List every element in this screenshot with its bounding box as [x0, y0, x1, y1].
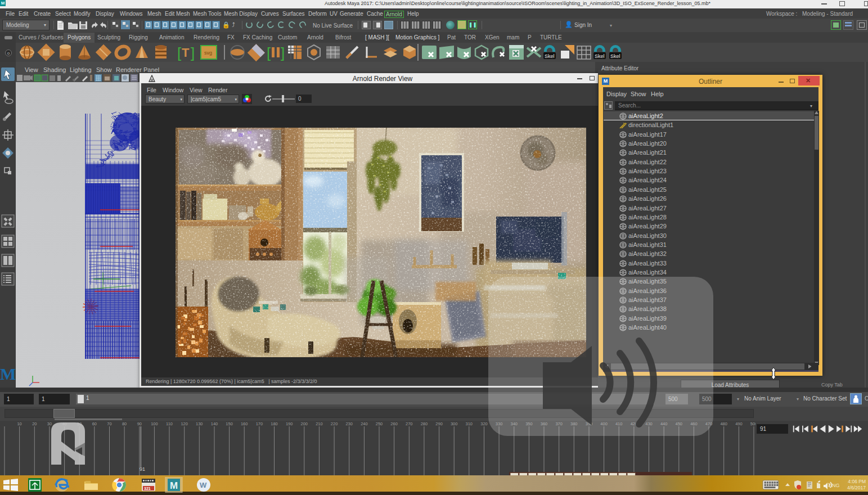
svg-text:Skel: Skel — [610, 53, 620, 59]
svg-text:150: 150 — [226, 421, 233, 426]
svg-text:20: 20 — [32, 421, 37, 426]
svg-text:M: M — [170, 480, 178, 491]
svg-text:300: 300 — [451, 421, 458, 426]
svg-text:320: 320 — [480, 421, 488, 426]
svg-text:200: 200 — [301, 421, 308, 426]
svg-text:[: [ — [267, 44, 271, 61]
svg-text:170: 170 — [256, 421, 263, 426]
svg-text:490: 490 — [735, 421, 743, 426]
svg-text:160: 160 — [241, 421, 248, 426]
svg-text:100: 100 — [151, 421, 158, 426]
svg-text:290: 290 — [435, 421, 443, 426]
svg-text:220: 220 — [331, 421, 338, 426]
svg-text:210: 210 — [316, 421, 323, 426]
svg-text:W: W — [200, 481, 207, 489]
svg-text:310: 310 — [466, 421, 473, 426]
svg-text:[: [ — [177, 44, 182, 61]
svg-text:10: 10 — [17, 421, 21, 426]
svg-text:ENG: ENG — [829, 483, 840, 488]
svg-text:60: 60 — [92, 421, 97, 426]
svg-text:130: 130 — [196, 421, 203, 426]
svg-text:T: T — [182, 46, 190, 60]
svg-text:190: 190 — [286, 421, 293, 426]
svg-text:]: ] — [281, 44, 285, 61]
svg-text:Skel: Skel — [595, 53, 605, 59]
svg-text:321: 321 — [144, 487, 151, 490]
svg-text:120: 120 — [181, 421, 188, 426]
svg-text:240: 240 — [361, 421, 368, 426]
svg-text:svg: svg — [204, 50, 212, 56]
svg-text:90: 90 — [137, 421, 142, 426]
svg-text:]: ] — [191, 44, 195, 61]
svg-text:70: 70 — [107, 421, 111, 426]
svg-text:480: 480 — [720, 421, 727, 426]
svg-text:180: 180 — [271, 421, 278, 426]
svg-text:80: 80 — [122, 421, 127, 426]
svg-text:260: 260 — [390, 421, 398, 426]
svg-text:270: 270 — [406, 421, 413, 426]
svg-text:Skel: Skel — [545, 53, 555, 59]
svg-text:230: 230 — [345, 421, 353, 426]
svg-text:91: 91 — [140, 466, 145, 472]
svg-text:110: 110 — [166, 421, 173, 426]
svg-text:140: 140 — [211, 421, 218, 426]
svg-text:280: 280 — [421, 421, 428, 426]
svg-text:250: 250 — [376, 421, 383, 426]
